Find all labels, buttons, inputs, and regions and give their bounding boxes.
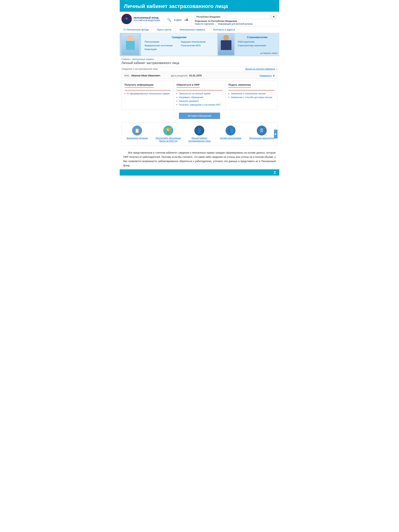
dropdown-man-photo: [217, 33, 235, 56]
action-boxes: Получить информацию О сформированных пен…: [121, 81, 278, 110]
action-link-appeal[interactable]: Направить обращение: [177, 96, 222, 99]
bottom-icons-row: 📋 Жизненные ситуации 🏆 Рассчитайте пенси…: [121, 122, 278, 146]
search-icon[interactable]: 🔍: [167, 18, 171, 22]
man-figure: [218, 34, 234, 55]
dropdown-link-employers[interactable]: Работодателям: [238, 40, 277, 43]
dropdown-link-pensioners[interactable]: Пенсионерам: [145, 40, 177, 43]
bottom-icon-personal-cabinet[interactable]: 👤 Личный кабинет застрахованного лица: [184, 126, 215, 142]
page-number: 2: [274, 171, 276, 174]
exit-link[interactable]: Выход из личного кабинета ×: [245, 68, 278, 70]
action-link-document[interactable]: Заказать документ: [177, 100, 222, 102]
history-button[interactable]: История обращений: [179, 113, 220, 119]
action-box3-title: Подать заявление: [228, 83, 251, 88]
child-figure: [121, 34, 139, 55]
region-input[interactable]: [195, 14, 270, 19]
action-box-get-info: Получить информацию О сформированных пен…: [122, 81, 174, 110]
nav-item-about[interactable]: О Пенсионном фонде: [120, 26, 153, 33]
expand-chevron-icon: ▼: [272, 74, 275, 77]
fio-label: ФИО:: [124, 74, 130, 77]
personal-cabinet-icon: 👤: [194, 126, 204, 135]
expand-button[interactable]: Развернуть ▼: [260, 74, 275, 77]
region-info-link[interactable]: Информация для жителей региона: [218, 23, 253, 25]
dropdown-link-msk[interactable]: Получателям МСК: [181, 44, 214, 47]
region-links: Новости отделения | Информация для жител…: [195, 23, 277, 25]
logo-line1: ПЕНСИОННЫЙ ФОНД: [133, 17, 160, 19]
scroll-right-arrow[interactable]: ►: [274, 130, 278, 139]
font-size-control[interactable]: АА: [184, 18, 188, 22]
main-text: Все представленные в «личном кабинете» с…: [123, 151, 276, 168]
history-row: История обращений: [121, 113, 278, 119]
logo-line2: РОССИЙСКОЙ ФЕДЕРАЦИИ: [133, 19, 160, 21]
action-link-ils[interactable]: Получить извещение о состоянии ИЛС: [177, 103, 222, 106]
dob-label: Дата рождения:: [171, 74, 188, 77]
pension-points-icon: 🏆: [163, 126, 173, 135]
text-block: Все представленные в «личном кабинете» с…: [121, 149, 278, 169]
action-link-pension-assignment[interactable]: Заявление о назначении пенсии: [228, 92, 274, 95]
dropdown-link-future-pensioners[interactable]: Будущим пенсионерам: [181, 40, 214, 43]
nav-item-services[interactable]: Электронные сервисы: [176, 26, 209, 33]
expand-label: Развернуть: [260, 74, 272, 77]
logo-area: ⚜ ПЕНСИОННЫЙ ФОНД РОССИЙСКОЙ ФЕДЕРАЦИИ: [120, 13, 164, 26]
dropdown-link-invalids[interactable]: Инвалидам: [145, 48, 177, 51]
fio-value: Иванов Иван Иванович: [131, 74, 160, 77]
calculator-icon: 🗓: [257, 126, 267, 135]
font-small: А: [184, 19, 186, 21]
pension-points-label: Рассчитайте пенсионные баллы за 2015 год: [155, 137, 182, 142]
dropdown-collapse-button[interactable]: ▲Свернуть меню: [260, 52, 278, 54]
action-link-pension-rights[interactable]: О сформированных пенсионных правах: [125, 92, 171, 95]
nav-item-press[interactable]: Пресс-центр: [153, 26, 176, 33]
dob-value: 01.01.1970: [189, 74, 202, 77]
svg-rect-3: [122, 19, 131, 19]
dropdown-link-льготники[interactable]: Федеральным льготникам: [145, 44, 177, 47]
info-bar: Сведения о застрахованном лице Выход из …: [121, 66, 278, 71]
page-header-title: Личный кабинет застрахованного лица: [124, 3, 228, 9]
bottom-icon-life-situations[interactable]: 📋 Жизненные ситуации: [122, 126, 153, 140]
page-header: Личный кабинет застрахованного лица: [120, 0, 279, 12]
nav-item-contacts[interactable]: Контакты и адреса: [209, 26, 239, 33]
dropdown-citizens-section: Гражданам Пенсионерам Будущим пенсионера…: [141, 33, 217, 56]
action-box2-title: Обратиться в ПФР: [177, 83, 200, 88]
action-box1-title: Получить информацию: [125, 83, 154, 88]
dropdown-citizens-links: Пенсионерам Будущим пенсионерам Федераль…: [145, 40, 214, 51]
bottom-icon-online-consult[interactable]: 👥 Онлайн консультации: [215, 126, 246, 140]
dropdown-citizens-title: Гражданам: [145, 36, 214, 39]
bottom-icon-calculator[interactable]: 🗓 Пенсионный калькулятор: [246, 126, 277, 140]
calculator-label: Пенсионный калькулятор: [249, 137, 274, 140]
life-situations-icon: 📋: [132, 126, 142, 135]
font-large: А: [186, 18, 188, 22]
life-situations-label: Жизненные ситуации: [127, 137, 148, 140]
user-row: ФИО: Иванов Иван Иванович Дата рождения:…: [121, 73, 278, 79]
region-news-link[interactable]: Новости отделения: [195, 23, 214, 25]
page-number-bar: 2: [120, 169, 279, 176]
action-box-submit: Подать заявление Заявление о назначении …: [226, 81, 277, 110]
action-link-delivery-method[interactable]: Заявление о способе доставки пенсии: [228, 96, 274, 99]
online-consult-label: Онлайн консультации: [220, 137, 241, 140]
top-controls: 🔍 English АА: [164, 13, 192, 26]
online-consult-icon: 👥: [226, 126, 235, 135]
bottom-icon-pension-points[interactable]: 🏆 Рассчитайте пенсионные баллы за 2015 г…: [153, 126, 184, 142]
main-nav: О Пенсионном фонде Пресс-центр Электронн…: [120, 26, 279, 33]
dropdown-child-photo: [120, 33, 141, 56]
info-bar-label: Сведения о застрахованном лице: [121, 68, 158, 70]
exit-link-text: Выход из личного кабинета: [245, 68, 275, 70]
breadcrumb: Главная » Электронные сервисы: [120, 56, 279, 61]
content-area: Личный кабинет застрахованного лица Свед…: [120, 61, 279, 169]
dropdown-employers-section: Страхователям Работодателям Самозанятому…: [235, 33, 279, 56]
action-link-appointment[interactable]: Записаться на личный приём: [177, 92, 222, 95]
personal-cabinet-label: Личный кабинет застрахованного лица: [186, 137, 213, 142]
dropdown-employers-title: Страхователям: [238, 36, 277, 39]
breadcrumb-separator: »: [130, 58, 131, 60]
breadcrumb-home[interactable]: Главная: [121, 58, 130, 60]
dropdown-link-selfemployed[interactable]: Самозанятому населению: [238, 44, 277, 47]
top-bar: ⚜ ПЕНСИОННЫЙ ФОНД РОССИЙСКОЙ ФЕДЕРАЦИИ 🔍…: [120, 12, 279, 26]
breadcrumb-current[interactable]: Электронные сервисы: [132, 58, 154, 60]
region-dropdown-button[interactable]: ▼: [271, 14, 277, 19]
language-link[interactable]: English: [174, 19, 182, 21]
region-area: ▼ Отделение по Республике Мордовия Новос…: [192, 13, 279, 26]
region-separator: |: [216, 23, 216, 25]
action-box-contact-pfr: Обратиться в ПФР Записаться на личный пр…: [174, 81, 226, 110]
pfr-logo-icon: ⚜: [121, 14, 132, 24]
region-title: Отделение по Республике Мордовия: [195, 20, 277, 22]
dropdown-menu: Гражданам Пенсионерам Будущим пенсионера…: [120, 33, 279, 56]
exit-close-icon: ×: [276, 68, 278, 70]
